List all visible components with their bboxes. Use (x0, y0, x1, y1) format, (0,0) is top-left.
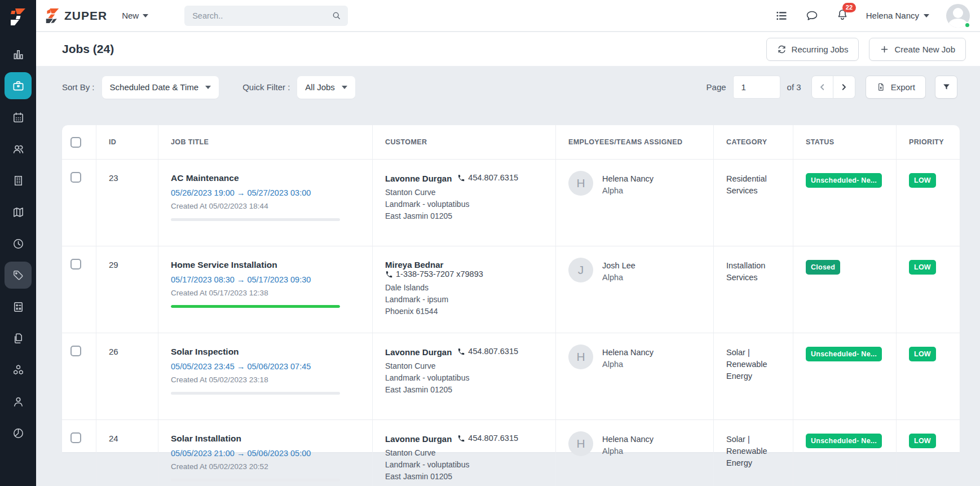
chevron-left-icon (818, 82, 827, 92)
priority-cell: LOW (896, 333, 960, 419)
sidebar-item-parts[interactable] (5, 356, 32, 383)
category-cell: Solar | Renewable Energy (713, 333, 793, 419)
table-row: 24 Solar Installation 05/05/2023 21:00 →… (62, 419, 960, 486)
priority-badge: LOW (909, 434, 936, 448)
page-number-input[interactable] (733, 76, 780, 99)
sidebar-nav (5, 41, 32, 447)
customer-phone[interactable]: 454.807.6315 (457, 347, 518, 356)
job-id: 26 (96, 333, 158, 419)
brand[interactable]: ZUPER (45, 8, 107, 24)
activity-list-icon[interactable] (775, 9, 788, 23)
create-new-job-button[interactable]: Create New Job (869, 38, 966, 61)
job-title-cell: Home Service Installation 05/17/2023 08:… (158, 246, 372, 333)
chevron-down-icon (143, 14, 148, 17)
col-customer: CUSTOMER (372, 125, 555, 159)
export-button[interactable]: Export (866, 76, 926, 99)
refresh-icon (777, 45, 787, 54)
job-title[interactable]: AC Maintenance (171, 173, 363, 183)
row-checkbox[interactable] (70, 259, 81, 269)
job-title[interactable]: Solar Inspection (171, 347, 363, 357)
person-icon (12, 395, 25, 408)
table-row: 23 AC Maintenance 05/26/2023 19:00 → 05/… (62, 159, 960, 246)
job-schedule-link[interactable]: 05/05/2023 21:00 → 05/06/2023 05:00 (171, 449, 363, 458)
row-select-cell (62, 333, 96, 419)
assigned-cell: H Helena Nancy Alpha (555, 159, 713, 246)
new-menu-button[interactable]: New (122, 11, 148, 20)
job-progress-bar (171, 392, 340, 395)
chevron-down-icon (342, 86, 347, 89)
notifications-button[interactable]: 22 (836, 8, 849, 24)
search-icon[interactable] (331, 10, 342, 21)
sidebar-item-reports[interactable] (5, 419, 32, 447)
filter-button[interactable] (935, 76, 957, 99)
customer-phone[interactable]: 454.807.6315 (457, 173, 518, 182)
sidebar-item-tags[interactable] (5, 262, 32, 289)
new-menu-label: New (122, 11, 139, 20)
notification-badge: 22 (842, 3, 856, 12)
job-created-at: Created At 05/02/2023 20:52 (171, 462, 363, 471)
sidebar-item-timesheets[interactable] (5, 230, 32, 257)
sort-by-dropdown[interactable]: Scheduled Date & Time (102, 76, 219, 99)
sidebar-item-properties[interactable] (5, 167, 32, 194)
row-checkbox[interactable] (70, 432, 81, 443)
job-schedule-link[interactable]: 05/17/2023 08:30 → 05/17/2023 09:30 (171, 275, 363, 284)
customer-cell: Lavonne Durgan 454.807.6315 Stanton Curv… (372, 419, 555, 486)
quick-filter-dropdown[interactable]: All Jobs (297, 76, 355, 99)
search-input[interactable] (184, 6, 348, 26)
customer-name[interactable]: Lavonne Durgan (385, 434, 452, 444)
job-progress-bar (171, 218, 340, 221)
customer-name[interactable]: Mireya Bednar (385, 260, 443, 269)
status-cell: Unscheduled- Ne... (793, 419, 896, 486)
job-created-at: Created At 05/17/2023 12:38 (171, 289, 363, 297)
next-page-button[interactable] (833, 76, 855, 99)
col-job-title: JOB TITLE (158, 125, 372, 159)
export-label: Export (891, 82, 915, 92)
job-schedule-link[interactable]: 05/05/2023 23:45 → 05/06/2023 07:45 (171, 362, 363, 371)
col-priority: PRIORITY (896, 125, 960, 159)
category-cell: Solar | Renewable Energy (713, 419, 793, 486)
employee-avatar: H (568, 171, 593, 196)
row-checkbox[interactable] (70, 346, 81, 356)
recurring-jobs-button[interactable]: Recurring Jobs (766, 38, 859, 61)
sidebar-item-dashboard[interactable] (5, 41, 32, 68)
sidebar-item-map[interactable] (5, 198, 32, 226)
employee-name: Helena Nancy (602, 173, 654, 185)
chat-icon[interactable] (805, 9, 819, 23)
employee-name: Helena Nancy (602, 347, 654, 359)
col-id: ID (96, 125, 158, 159)
title-actions: Recurring Jobs Create New Job (766, 38, 966, 61)
sidebar-item-team[interactable] (5, 135, 32, 162)
select-all-checkbox[interactable] (70, 137, 81, 148)
job-title-cell: AC Maintenance 05/26/2023 19:00 → 05/27/… (158, 159, 372, 246)
status-cell: Closed (793, 246, 896, 333)
page-label: Page (707, 82, 726, 92)
sidebar-item-estimates[interactable] (5, 293, 32, 320)
job-title[interactable]: Solar Installation (171, 434, 363, 444)
user-menu[interactable]: Helena Nancy (866, 11, 929, 20)
zuper-logo-mark[interactable] (0, 0, 36, 34)
customer-name[interactable]: Lavonne Durgan (385, 174, 452, 183)
customer-cell: Lavonne Durgan 454.807.6315 Stanton Curv… (372, 159, 555, 246)
chevron-right-icon (839, 82, 849, 92)
customer-phone[interactable]: 1-338-753-7207 x79893 (385, 269, 483, 279)
status-badge: Unscheduled- Ne... (806, 173, 882, 188)
team-name: Alpha (602, 185, 654, 197)
prev-page-button[interactable] (811, 76, 833, 99)
job-created-at: Created At 05/02/2023 23:18 (171, 375, 363, 384)
topbar: ZUPER New 22 Helena Nancy (36, 0, 980, 32)
job-title[interactable]: Home Service Installation (171, 260, 363, 270)
assigned-cell: H Helena Nancy Alpha (555, 333, 713, 419)
row-checkbox[interactable] (70, 172, 81, 183)
avatar[interactable] (946, 4, 970, 28)
sidebar-item-documents[interactable] (5, 325, 32, 352)
sort-by-label: Sort By : (62, 82, 95, 92)
status-badge: Closed (806, 260, 840, 275)
sidebar-item-customers[interactable] (5, 388, 32, 415)
sidebar-item-jobs[interactable] (5, 72, 32, 99)
customer-name[interactable]: Lavonne Durgan (385, 347, 452, 357)
job-schedule-link[interactable]: 05/26/2023 19:00 → 05/27/2023 03:00 (171, 188, 363, 197)
row-select-cell (62, 246, 96, 333)
customer-phone[interactable]: 454.807.6315 (457, 434, 518, 443)
sidebar-item-calendar[interactable] (5, 104, 32, 131)
phone-icon (457, 435, 465, 443)
